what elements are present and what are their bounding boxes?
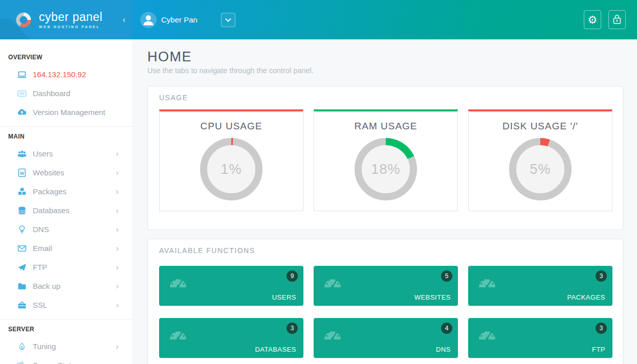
sidebar-item-label: Email — [33, 244, 52, 253]
function-card-dns[interactable]: 4 DNS — [314, 318, 458, 358]
chevron-right-icon: › — [116, 206, 119, 215]
speedometer-icon — [168, 274, 188, 288]
sidebar-item-websites[interactable]: W Websites › — [0, 163, 132, 182]
sidebar-item-label: Packages — [33, 187, 67, 196]
functions-panel: AVAILABLE FUNCTIONS 9 USERS 5 WEBSITES — [147, 239, 623, 364]
sidebar-item-label: Back up — [33, 282, 60, 290]
avatar — [140, 12, 157, 28]
document-w-icon: W — [17, 168, 27, 178]
function-card-label: WEBSITES — [414, 293, 451, 301]
sidebar-item-label: Dashboard — [33, 89, 70, 98]
sidebar-item-label: Websites — [33, 168, 64, 177]
speedometer-icon — [168, 326, 188, 340]
section-title-overview: OVERVIEW — [0, 54, 132, 61]
function-card-label: PACKAGES — [567, 293, 605, 301]
function-card-databases[interactable]: 3 DATABASES — [159, 318, 303, 358]
function-card-label: DNS — [436, 346, 451, 353]
topbar-main: Cyber Pan ⚙ — [132, 0, 637, 39]
gauge-title: CPU USAGE — [160, 121, 303, 132]
gauge-title: DISK USAGE '/' — [469, 121, 612, 132]
sidebar-item-label: SSL — [33, 301, 47, 309]
count-badge: 5 — [441, 270, 452, 282]
ram-usage-gauge: 18% — [355, 138, 417, 200]
speedometer-icon — [323, 274, 342, 288]
sidebar-item-dns[interactable]: DNS › — [0, 220, 132, 239]
section-title-main: MAIN — [0, 133, 132, 140]
topbar-actions: ⚙ — [584, 10, 626, 29]
function-card-users[interactable]: 9 USERS — [159, 266, 303, 306]
gauge-row: CPU USAGE 1% RAM USAGE — [159, 109, 612, 211]
briefcase-icon — [17, 300, 27, 310]
chevron-right-icon: › — [116, 149, 119, 158]
user-name: Cyber Pan — [161, 15, 197, 24]
brand-tagline: WEB HOSTING PANEL — [39, 25, 102, 29]
cpu-usage-card: CPU USAGE 1% — [159, 109, 303, 211]
function-card-label: DATABASES — [255, 346, 296, 353]
chevron-right-icon: › — [116, 361, 119, 364]
sidebar-item-label: Server Status — [33, 361, 79, 364]
sidebar-item-backup[interactable]: Back up › — [0, 277, 132, 295]
brand-name: cyber panel — [39, 11, 102, 23]
sidebar-item-server-ip[interactable]: 164.132.150.92 — [0, 65, 132, 84]
disk-usage-card: DISK USAGE '/' 5% — [468, 109, 612, 211]
sidebar-item-ftp[interactable]: FTP › — [0, 258, 132, 277]
sidebar-item-label: DNS — [33, 225, 49, 234]
usage-panel-title: USAGE — [159, 94, 612, 102]
svg-text:W: W — [20, 170, 25, 175]
sidebar: OVERVIEW 164.132.150.92 Dashboard Versio… — [0, 39, 132, 364]
chevron-right-icon: › — [116, 282, 119, 290]
sidebar-item-dashboard[interactable]: Dashboard — [0, 84, 132, 103]
function-card-packages[interactable]: 3 PACKAGES — [468, 266, 612, 306]
settings-button[interactable]: ⚙ — [584, 10, 601, 29]
speedometer-icon — [323, 326, 342, 340]
sidebar-item-label: Version Management — [33, 108, 105, 117]
count-badge: 3 — [596, 270, 607, 282]
folder-icon — [17, 281, 27, 291]
laptop-icon — [17, 70, 27, 80]
lightbulb-icon — [17, 224, 27, 235]
sidebar-item-version-management[interactable]: Version Management — [0, 103, 132, 122]
sidebar-item-label: Users — [33, 149, 53, 158]
sidebar-item-email[interactable]: Email › — [0, 239, 132, 258]
sidebar-separator — [0, 126, 132, 127]
paper-plane-icon — [17, 262, 27, 272]
sidebar-item-databases[interactable]: Databases › — [0, 201, 132, 220]
sidebar-collapse-icon[interactable]: ‹ — [123, 15, 125, 25]
envelope-icon — [17, 243, 27, 254]
sidebar-item-label: FTP — [33, 263, 47, 271]
chevron-right-icon: › — [116, 168, 119, 177]
cyberpanel-app: cyber panel WEB HOSTING PANEL ‹ Cyber Pa… — [0, 0, 637, 364]
sidebar-separator — [0, 319, 132, 320]
sidebar-item-packages[interactable]: Packages › — [0, 182, 132, 201]
brand-logo-block[interactable]: cyber panel WEB HOSTING PANEL ‹ — [0, 0, 132, 39]
user-menu[interactable]: Cyber Pan — [140, 12, 197, 28]
count-badge: 3 — [287, 323, 298, 334]
ram-usage-card: RAM USAGE 18% — [314, 109, 458, 211]
functions-panel-title: AVAILABLE FUNCTIONS — [159, 246, 612, 255]
page-subtitle: Use the tabs to navigate through the con… — [147, 66, 623, 75]
count-badge: 3 — [596, 323, 607, 334]
page-title: HOME — [147, 49, 623, 65]
dashboard-icon — [17, 88, 27, 99]
cloud-upload-icon — [17, 107, 27, 118]
brand-text: cyber panel WEB HOSTING PANEL — [39, 11, 102, 29]
chevron-down-icon — [225, 16, 231, 24]
sidebar-item-tuning[interactable]: Tuning › — [0, 337, 132, 356]
lock-logout-button[interactable] — [608, 10, 626, 29]
gauge-value: 5% — [509, 138, 572, 200]
flame-icon — [17, 342, 27, 352]
function-card-ftp[interactable]: 3 FTP — [468, 318, 612, 358]
cyberpanel-logo-icon — [13, 10, 34, 30]
cpu-usage-gauge: 1% — [200, 138, 262, 200]
function-card-label: USERS — [272, 293, 296, 301]
user-dropdown-button[interactable] — [221, 13, 235, 27]
sidebar-item-users[interactable]: Users › — [0, 144, 132, 163]
chevron-right-icon: › — [116, 187, 119, 196]
gauge-value: 1% — [200, 138, 262, 200]
function-card-websites[interactable]: 5 WEBSITES — [314, 266, 458, 306]
sidebar-item-ssl[interactable]: SSL › — [0, 295, 132, 314]
chevron-right-icon: › — [116, 301, 119, 309]
function-card-label: FTP — [592, 346, 605, 353]
gauge-title: RAM USAGE — [314, 121, 457, 132]
chevron-right-icon: › — [116, 263, 119, 271]
